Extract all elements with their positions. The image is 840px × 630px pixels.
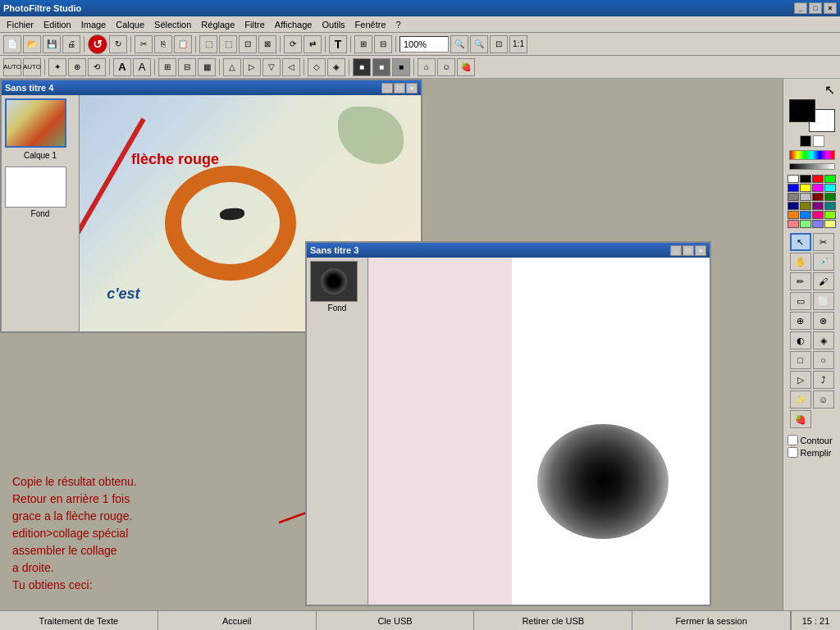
palette-color-cell[interactable] xyxy=(788,193,799,201)
lightness-bar[interactable] xyxy=(789,163,835,170)
menu-filtre[interactable]: Filtre xyxy=(240,18,269,31)
menu-selection[interactable]: Sélection xyxy=(149,18,196,31)
paste-button[interactable]: 📋 xyxy=(174,35,192,53)
color-arrow-btn[interactable]: ↖ xyxy=(789,82,835,98)
doc4-layer-thumb-2[interactable] xyxy=(5,167,66,208)
dodge-tool-btn[interactable]: ◐ xyxy=(790,331,811,349)
doc3-canvas[interactable] xyxy=(368,258,710,605)
menu-calque[interactable]: Calque xyxy=(111,18,149,31)
grid-btn2[interactable]: ⊟ xyxy=(178,58,196,76)
select-all-btn[interactable]: ⬚ xyxy=(199,35,217,53)
fill-tool-btn[interactable]: ▭ xyxy=(790,292,811,310)
shape-tri2[interactable]: ▷ xyxy=(243,58,261,76)
status-item-3[interactable]: Cle USB xyxy=(317,611,475,630)
palette-color-cell[interactable] xyxy=(824,193,836,201)
heal-tool-btn[interactable]: ⊗ xyxy=(813,312,834,330)
sharpen-tool-btn[interactable]: ◈ xyxy=(813,331,834,349)
crop-btn[interactable]: ⊡ xyxy=(239,35,257,53)
status-item-2[interactable]: Accueil xyxy=(158,611,317,630)
doc3-minimize[interactable]: _ xyxy=(670,245,682,256)
tool-t2-3[interactable]: ⟲ xyxy=(88,58,106,76)
select-tool-btn[interactable]: ↖ xyxy=(790,233,811,251)
palette-color-cell[interactable] xyxy=(788,175,799,183)
doc3-maximize[interactable]: □ xyxy=(682,245,694,256)
palette-color-cell[interactable] xyxy=(800,175,811,183)
minimize-button[interactable]: _ xyxy=(794,2,807,14)
palette-color-cell[interactable] xyxy=(812,175,824,183)
tool-t2-1[interactable]: ✦ xyxy=(48,58,66,76)
doc3-close[interactable]: × xyxy=(695,245,706,256)
palette-color-cell[interactable] xyxy=(800,184,811,192)
palette-color-cell[interactable] xyxy=(800,220,811,228)
shape-tri4[interactable]: ◁ xyxy=(282,58,300,76)
close-button[interactable]: × xyxy=(824,2,837,14)
doc4-minimize[interactable]: _ xyxy=(381,83,393,94)
crop-tool-btn[interactable]: ✂ xyxy=(813,233,834,251)
auto-btn1[interactable]: AUTO xyxy=(3,58,21,76)
brush-tool-btn[interactable]: 🖌 xyxy=(813,272,834,290)
color-spectrum[interactable] xyxy=(789,150,835,160)
print-button[interactable]: 🖨 xyxy=(62,35,80,53)
fg-color-swatch[interactable] xyxy=(789,99,815,122)
text-a-btn[interactable]: A xyxy=(113,58,131,76)
palette-color-cell[interactable] xyxy=(824,211,836,219)
status-item-5[interactable]: Fermer la session xyxy=(632,611,791,630)
effect-btn3[interactable]: 🍓 xyxy=(457,58,475,76)
status-item-4[interactable]: Retirer cle USB xyxy=(474,611,632,630)
doc3-layer-thumb[interactable] xyxy=(310,261,358,302)
shape-dia2[interactable]: ◈ xyxy=(327,58,345,76)
copy-button[interactable]: ⎘ xyxy=(154,35,172,53)
palette-color-cell[interactable] xyxy=(800,211,811,219)
remplir-checkbox[interactable] xyxy=(788,447,798,458)
new-button[interactable]: 📄 xyxy=(3,35,21,53)
palette-color-cell[interactable] xyxy=(788,220,799,228)
eraser-tool-btn[interactable]: ⬜ xyxy=(813,292,834,310)
palette-color-cell[interactable] xyxy=(800,193,811,201)
text-btn[interactable]: T xyxy=(329,35,347,53)
menu-edition[interactable]: Edition xyxy=(39,18,76,31)
effect-btn1[interactable]: ⌂ xyxy=(418,58,436,76)
palette-color-cell[interactable] xyxy=(812,193,824,201)
flip-btn[interactable]: ⇄ xyxy=(304,35,322,53)
rotate-btn[interactable]: ⟳ xyxy=(284,35,302,53)
menu-fenetre[interactable]: Fenêtre xyxy=(350,18,391,31)
palette-color-cell[interactable] xyxy=(788,211,799,219)
shape-dia[interactable]: ◇ xyxy=(308,58,326,76)
palette-color-cell[interactable] xyxy=(800,202,811,210)
zoom-in-btn[interactable]: 🔍 xyxy=(450,35,468,53)
menu-fichier[interactable]: Fichier xyxy=(2,18,39,31)
grid-btn1[interactable]: ⊞ xyxy=(158,58,176,76)
zoom-out-btn[interactable]: 🔍 xyxy=(470,35,488,53)
grid-btn3[interactable]: ▦ xyxy=(198,58,216,76)
menu-image[interactable]: Image xyxy=(76,18,112,31)
doc4-layer-thumb-1[interactable] xyxy=(5,98,66,148)
menu-affichage[interactable]: Affichage xyxy=(270,18,317,31)
palette-color-cell[interactable] xyxy=(824,220,836,228)
move-tool-btn[interactable]: ✋ xyxy=(790,253,811,271)
text-b-btn[interactable]: A xyxy=(133,58,151,76)
palette-color-cell[interactable] xyxy=(812,202,824,210)
save-button[interactable]: 💾 xyxy=(43,35,61,53)
effect-face-btn[interactable]: ☺ xyxy=(813,390,834,409)
redo-button[interactable]: ↻ xyxy=(109,35,127,53)
ellipse-sel-btn[interactable]: ○ xyxy=(813,351,834,369)
zoom-fit-btn[interactable]: ⊡ xyxy=(490,35,508,53)
palette-color-cell[interactable] xyxy=(812,211,824,219)
palette-color-cell[interactable] xyxy=(788,202,799,210)
color-btn2[interactable]: ■ xyxy=(372,58,390,76)
palette-color-cell[interactable] xyxy=(824,184,836,192)
palette-color-cell[interactable] xyxy=(824,202,836,210)
contour-checkbox[interactable] xyxy=(788,435,798,445)
poly-sel-btn[interactable]: ▷ xyxy=(790,371,811,389)
menu-help[interactable]: ? xyxy=(391,18,406,31)
effect-fruit-btn[interactable]: 🍓 xyxy=(790,410,811,428)
color-btn3[interactable]: ■ xyxy=(392,58,410,76)
pencil-tool-btn[interactable]: ✏ xyxy=(790,272,811,290)
white-color-btn[interactable] xyxy=(813,135,824,147)
zoom-100-btn[interactable]: 1:1 xyxy=(509,35,527,53)
palette-color-cell[interactable] xyxy=(812,220,824,228)
menu-outils[interactable]: Outils xyxy=(317,18,349,31)
eyedrop-tool-btn[interactable]: 💉 xyxy=(813,253,834,271)
maximize-button[interactable]: □ xyxy=(809,2,822,14)
magic-wand-btn[interactable]: ✨ xyxy=(790,390,811,409)
